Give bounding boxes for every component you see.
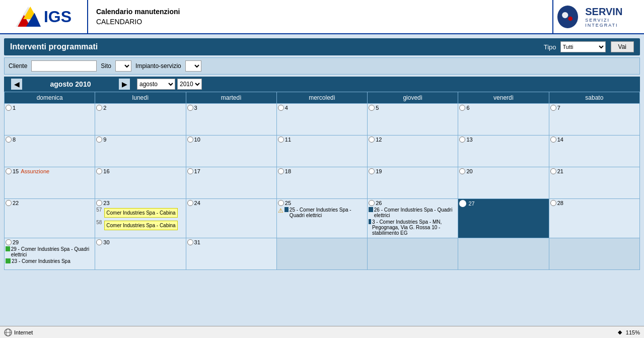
day-12[interactable]: 12 [368, 136, 458, 167]
prev-month-button[interactable]: ◀ [11, 79, 22, 90]
day-num-11: 11 [285, 137, 291, 143]
day-radio-19[interactable] [369, 168, 375, 174]
vai-button[interactable]: Vai [611, 41, 634, 52]
day-num-19: 19 [376, 168, 382, 174]
day-radio-24[interactable] [187, 200, 193, 206]
day-20[interactable]: 20 [458, 167, 549, 199]
day-radio-5[interactable] [369, 105, 375, 111]
next-month-button[interactable]: ▶ [119, 79, 130, 90]
day-21[interactable]: 21 [549, 167, 639, 199]
day-27-today[interactable]: 27 [458, 199, 549, 238]
calendar-week-5: 29 29 - Comer Industries Spa - Quadri el… [5, 238, 640, 270]
event-29b[interactable]: 23 - Comer Industries Spa [6, 258, 94, 264]
day-5[interactable]: 5 [368, 104, 458, 136]
day-11[interactable]: 11 [276, 136, 367, 167]
day-radio-17[interactable] [187, 168, 193, 174]
day-num-10: 10 [194, 137, 200, 143]
interventi-title: Interventi programmati [10, 42, 544, 51]
day-1[interactable]: 1 [5, 104, 95, 136]
calendar-month-label: agosto 2010 [25, 80, 116, 88]
day-num-29: 29 [13, 239, 19, 245]
day-radio-21[interactable] [550, 168, 556, 174]
day-13[interactable]: 13 [458, 136, 549, 167]
day-radio-30[interactable] [96, 239, 102, 245]
day-25[interactable]: 25 ⚠ 25 - Comer Industries Spa - Quadri … [276, 199, 367, 238]
day-24[interactable]: 24 [186, 199, 276, 238]
day-radio-25[interactable] [278, 200, 284, 206]
day-28[interactable]: 28 [549, 199, 639, 238]
event-text-29b[interactable]: 23 - Comer Industries Spa [12, 258, 70, 264]
cliente-input[interactable] [31, 60, 97, 72]
day-10[interactable]: 10 [186, 136, 276, 167]
day-radio-22[interactable] [6, 200, 12, 206]
event-text-29a[interactable]: 29 - Comer Industries Spa - Quadri elett… [11, 246, 94, 257]
day-radio-2[interactable] [96, 105, 102, 111]
event-text-26a[interactable]: 26 - Comer Industries Spa - Quadri elett… [374, 207, 457, 218]
day-6[interactable]: 6 [458, 104, 549, 136]
day-29[interactable]: 29 29 - Comer Industries Spa - Quadri el… [5, 238, 95, 270]
event-57[interactable]: 57 Comer Industries Spa - Cabina [96, 207, 184, 219]
day-16[interactable]: 16 [95, 167, 186, 199]
day-radio-23[interactable] [96, 200, 102, 206]
day-radio-12[interactable] [369, 137, 375, 143]
month-select[interactable]: agosto gennaio febbraio marzo aprile mag… [137, 79, 175, 90]
day-radio-14[interactable] [550, 137, 556, 143]
day-radio-29[interactable] [6, 239, 12, 245]
day-radio-15[interactable] [6, 168, 12, 174]
day-2[interactable]: 2 [95, 104, 186, 136]
day-22[interactable]: 22 [5, 199, 95, 238]
day-18[interactable]: 18 [276, 167, 367, 199]
blue-sq-icon-26a [369, 207, 373, 212]
event-text-58[interactable]: Comer Industries Spa - Cabina [104, 221, 177, 230]
day-radio-18[interactable] [278, 168, 284, 174]
impianto-select[interactable] [185, 60, 201, 72]
day-radio-4[interactable] [278, 105, 284, 111]
day-radio-16[interactable] [96, 168, 102, 174]
day-empty-1 [276, 238, 367, 270]
day-14[interactable]: 14 [549, 136, 639, 167]
day-9[interactable]: 9 [95, 136, 186, 167]
day-radio-9[interactable] [96, 137, 102, 143]
warning-icon: ⚠ [278, 207, 283, 214]
holiday-assunzione: Assunzione [21, 168, 49, 174]
day-7[interactable]: 7 [549, 104, 639, 136]
day-radio-13[interactable] [459, 137, 465, 143]
event-25-warn[interactable]: ⚠ 25 - Comer Industries Spa - Quadri ele… [278, 207, 366, 218]
day-radio-7[interactable] [550, 105, 556, 111]
day-radio-31[interactable] [187, 239, 193, 245]
event-29a[interactable]: 29 - Comer Industries Spa - Quadri elett… [6, 246, 94, 257]
day-radio-1[interactable] [6, 105, 12, 111]
event-text-25[interactable]: 25 - Comer Industries Spa - Quadri elett… [290, 207, 366, 218]
day-19[interactable]: 19 [368, 167, 458, 199]
event-58[interactable]: 58 Comer Industries Spa - Cabina [96, 220, 184, 231]
day-radio-10[interactable] [187, 137, 193, 143]
day-3[interactable]: 3 [186, 104, 276, 136]
tipo-select[interactable]: Tutti Preventivo Correttivo [560, 41, 606, 52]
day-23[interactable]: 23 57 Comer Industries Spa - Cabina 58 C… [95, 199, 186, 238]
servin-brand: SERVIN SERVIZI INTEGRATI [557, 6, 640, 28]
day-radio-28[interactable] [550, 200, 556, 206]
day-30[interactable]: 30 [95, 238, 186, 270]
day-radio-20[interactable] [459, 168, 465, 174]
day-17[interactable]: 17 [186, 167, 276, 199]
day-radio-3[interactable] [187, 105, 193, 111]
day-radio-26[interactable] [369, 200, 375, 206]
day-radio-6[interactable] [459, 105, 465, 111]
day-8[interactable]: 8 [5, 136, 95, 167]
servin-name: SERVIN [585, 6, 640, 18]
event-text-26b[interactable]: 3 - Comer Industries Spa - MN, Pegognaga… [372, 219, 457, 236]
day-31[interactable]: 31 [186, 238, 276, 270]
day-26[interactable]: 26 26 - Comer Industries Spa - Quadri el… [368, 199, 458, 238]
day-num-26: 26 [376, 200, 382, 206]
day-radio-8[interactable] [6, 137, 12, 143]
event-26a[interactable]: 26 - Comer Industries Spa - Quadri elett… [369, 207, 457, 218]
day-empty-2 [368, 238, 458, 270]
event-text-57[interactable]: Comer Industries Spa - Cabina [104, 208, 177, 218]
day-num-7: 7 [557, 105, 560, 111]
day-15[interactable]: 15 Assunzione [5, 167, 95, 199]
day-radio-11[interactable] [278, 137, 284, 143]
event-26b[interactable]: 3 - Comer Industries Spa - MN, Pegognaga… [369, 219, 457, 236]
sito-select[interactable] [115, 60, 131, 72]
day-4[interactable]: 4 [276, 104, 367, 136]
year-select[interactable]: 2010 2008 2009 2011 2012 [177, 79, 202, 90]
